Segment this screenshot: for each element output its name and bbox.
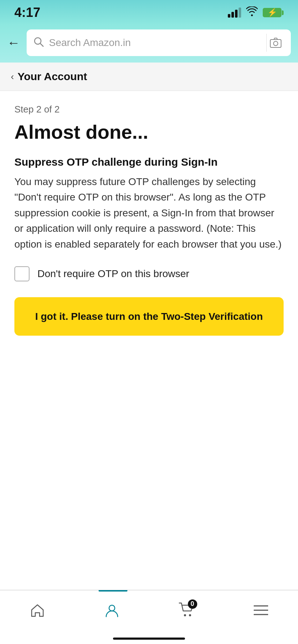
step-label: Step 2 of 2 [14, 104, 284, 115]
bottom-nav: 0 [0, 590, 298, 633]
otp-checkbox[interactable] [14, 266, 30, 281]
active-tab-indicator [99, 590, 127, 592]
svg-point-3 [274, 41, 278, 46]
back-button[interactable]: ← [7, 35, 20, 50]
status-time: 4:17 [14, 5, 40, 20]
bottom-nav-container: 0 [0, 590, 298, 644]
home-indicator-bar [0, 633, 298, 644]
section-body: You may suppress future OTP challenges b… [14, 174, 284, 252]
search-input-wrapper[interactable]: Search Amazon.in [27, 29, 291, 56]
svg-line-1 [40, 43, 43, 46]
signal-icon [228, 8, 241, 18]
nav-account[interactable] [74, 603, 149, 617]
svg-rect-2 [270, 40, 281, 47]
breadcrumb[interactable]: ‹ Your Account [0, 63, 298, 91]
cart-wrapper: 0 [179, 602, 194, 618]
svg-point-5 [184, 614, 186, 616]
svg-point-6 [189, 614, 191, 616]
status-bar: 4:17 ⚡ [0, 0, 298, 25]
home-icon [30, 603, 45, 617]
home-indicator [113, 638, 185, 640]
camera-icon[interactable] [266, 34, 284, 52]
search-bar-area: ← Search Amazon.in [0, 25, 298, 63]
breadcrumb-chevron-icon: ‹ [11, 71, 14, 82]
svg-point-4 [109, 605, 115, 611]
content-spacer [0, 469, 298, 590]
search-icon [33, 36, 44, 50]
section-title: Suppress OTP challenge during Sign-In [14, 156, 284, 168]
search-input[interactable]: Search Amazon.in [49, 37, 261, 49]
nav-menu[interactable] [224, 604, 298, 616]
checkbox-label: Don't require OTP on this browser [37, 268, 189, 280]
turn-on-2sv-button[interactable]: I got it. Please turn on the Two-Step Ve… [14, 297, 284, 336]
cart-badge: 0 [188, 599, 197, 609]
menu-icon [254, 604, 268, 616]
checkbox-row[interactable]: Don't require OTP on this browser [14, 266, 284, 281]
nav-home[interactable] [0, 603, 74, 617]
wifi-icon [246, 6, 258, 19]
main-content: Step 2 of 2 Almost done... Suppress OTP … [0, 91, 298, 469]
page-title: Almost done... [14, 121, 284, 143]
nav-cart[interactable]: 0 [149, 602, 224, 618]
account-icon [105, 603, 119, 617]
breadcrumb-label: Your Account [18, 70, 87, 83]
status-icons: ⚡ [228, 6, 284, 19]
